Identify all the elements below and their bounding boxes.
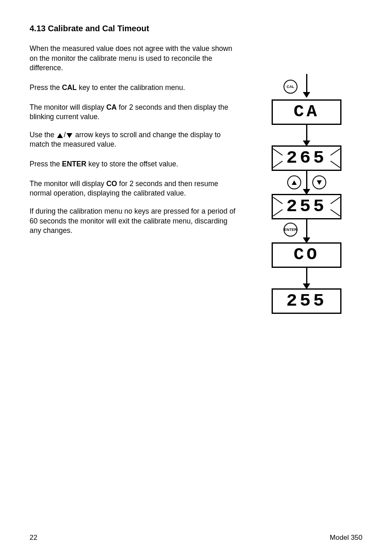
display-ca-paragraph: The monitor will display CA for 2 second… bbox=[30, 103, 239, 122]
down-arrow-icon bbox=[67, 133, 72, 138]
intro-paragraph: When the measured value does not agree w… bbox=[30, 44, 239, 73]
flow-arrow-icon bbox=[306, 219, 307, 242]
enter-button[interactable]: ENTER bbox=[284, 223, 297, 237]
cal-button[interactable]: CAL bbox=[284, 80, 297, 94]
text-fragment: Use the bbox=[30, 131, 56, 139]
flow-arrow-icon bbox=[306, 171, 307, 194]
text-fragment: / bbox=[64, 131, 66, 139]
lcd-value: 255 bbox=[286, 195, 327, 219]
text-fragment: Press the bbox=[30, 83, 62, 92]
section-heading: 4.13 Calibrate and Cal Timeout bbox=[30, 23, 239, 34]
text-fragment: key to store the offset value. bbox=[86, 160, 178, 168]
model-label: Model 350 bbox=[330, 533, 362, 543]
up-arrow-icon bbox=[292, 180, 297, 185]
lcd-value: CO bbox=[293, 244, 319, 266]
up-arrow-icon bbox=[57, 133, 63, 138]
lcd-display-before: 265 bbox=[272, 145, 341, 171]
lcd-display-final: 255 bbox=[272, 288, 341, 314]
lcd-value: 265 bbox=[286, 147, 327, 170]
arrow-keys-paragraph: Use the / arrow keys to scroll and chang… bbox=[30, 130, 239, 150]
lcd-display-ca: CA bbox=[272, 99, 341, 125]
page-number: 22 bbox=[30, 533, 37, 543]
ca-label-bold: CA bbox=[106, 103, 117, 111]
flow-arrow-icon bbox=[306, 125, 307, 145]
text-fragment: Press the bbox=[30, 160, 62, 168]
co-label-bold: CO bbox=[106, 180, 117, 188]
lcd-display-after: 255 bbox=[272, 194, 341, 219]
text-fragment: The monitor will display bbox=[30, 103, 106, 111]
press-enter-paragraph: Press the ENTER key to store the offset … bbox=[30, 159, 239, 169]
text-fragment: key to enter the calibration menu. bbox=[77, 83, 185, 92]
lcd-value: 255 bbox=[286, 290, 327, 313]
flow-arrow-icon bbox=[306, 268, 307, 288]
enter-button-label: ENTER bbox=[284, 227, 297, 232]
cal-button-label: CAL bbox=[286, 84, 294, 89]
down-arrow-icon bbox=[317, 180, 322, 185]
lcd-value: CA bbox=[293, 101, 319, 123]
lcd-display-co: CO bbox=[272, 242, 341, 268]
enter-label-bold: ENTER bbox=[62, 160, 86, 168]
down-arrow-button[interactable] bbox=[312, 175, 326, 189]
calibration-flow-diagram: CAL CA 265 bbox=[251, 23, 362, 314]
press-cal-paragraph: Press the CAL key to enter the calibrati… bbox=[30, 83, 239, 93]
cal-label-bold: CAL bbox=[62, 83, 77, 92]
display-co-paragraph: The monitor will display CO for 2 second… bbox=[30, 179, 239, 198]
up-arrow-button[interactable] bbox=[287, 175, 301, 189]
text-fragment: The monitor will display bbox=[30, 180, 106, 188]
flow-arrow-icon bbox=[306, 74, 307, 97]
timeout-paragraph: If during the calibration menu no keys a… bbox=[30, 207, 239, 236]
